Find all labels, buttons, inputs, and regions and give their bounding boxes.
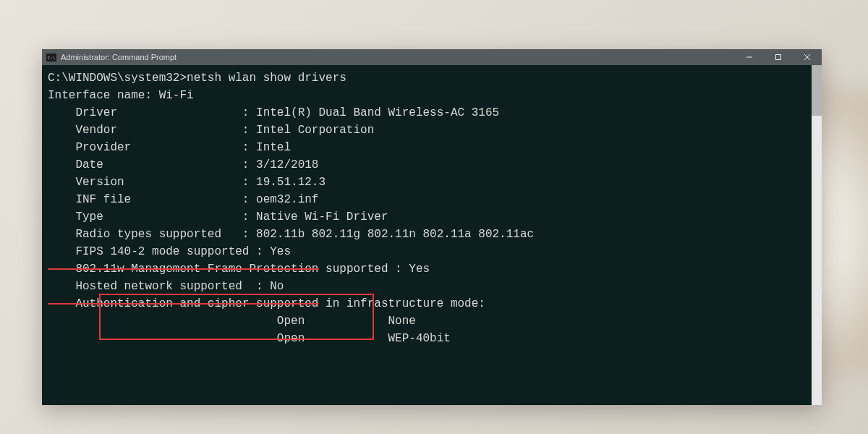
close-button[interactable] <box>793 49 822 65</box>
row-inf: INF file : oem32.inf <box>48 191 806 208</box>
row-version: Version : 19.51.12.3 <box>48 174 806 191</box>
row-radio: Radio types supported : 802.11b 802.11g … <box>48 226 806 243</box>
row-fips: FIPS 140-2 mode supported : Yes <box>48 243 806 260</box>
svg-rect-1 <box>776 55 781 60</box>
row-mfp-strike: 802.11w Management Frame Protection <box>48 263 318 276</box>
minimize-button[interactable] <box>735 49 764 65</box>
scrollbar-thumb[interactable] <box>812 65 822 116</box>
cmd-icon: C:\ <box>46 54 56 61</box>
row-date: Date : 3/12/2018 <box>48 156 806 174</box>
titlebar[interactable]: C:\ Administrator: Command Prompt <box>42 49 822 65</box>
terminal-output[interactable]: C:\WINDOWS\system32>netsh wlan show driv… <box>42 65 812 405</box>
window-controls <box>735 49 822 65</box>
vertical-scrollbar[interactable] <box>812 65 822 405</box>
row-auth-strike: Authentication and cipher supported <box>48 297 318 310</box>
prompt-line: C:\WINDOWS\system32>netsh wlan show driv… <box>48 69 806 87</box>
row-cipher-2: Open WEP-40bit <box>48 330 806 347</box>
row-auth: Authentication and cipher supported in i… <box>48 295 806 312</box>
cmd-window: C:\ Administrator: Command Prompt C:\WIN… <box>42 49 822 405</box>
row-auth-rest: in infrastructure mode: <box>318 297 485 310</box>
row-cipher-1: Open None <box>48 312 806 330</box>
row-mfp: 802.11w Management Frame Protection supp… <box>48 260 806 278</box>
row-vendor: Vendor : Intel Corporation <box>48 122 806 139</box>
interface-line: Interface name: Wi-Fi <box>48 87 806 104</box>
maximize-button[interactable] <box>764 49 793 65</box>
row-mfp-rest: supported : Yes <box>318 263 430 276</box>
window-title: Administrator: Command Prompt <box>61 53 176 61</box>
row-hosted: Hosted network supported : No <box>48 278 806 295</box>
row-provider: Provider : Intel <box>48 139 806 156</box>
prompt: C:\WINDOWS\system32> <box>48 72 187 85</box>
row-driver: Driver : Intel(R) Dual Band Wireless-AC … <box>48 104 806 122</box>
row-type: Type : Native Wi-Fi Driver <box>48 208 806 226</box>
command: netsh wlan show drivers <box>187 72 346 85</box>
